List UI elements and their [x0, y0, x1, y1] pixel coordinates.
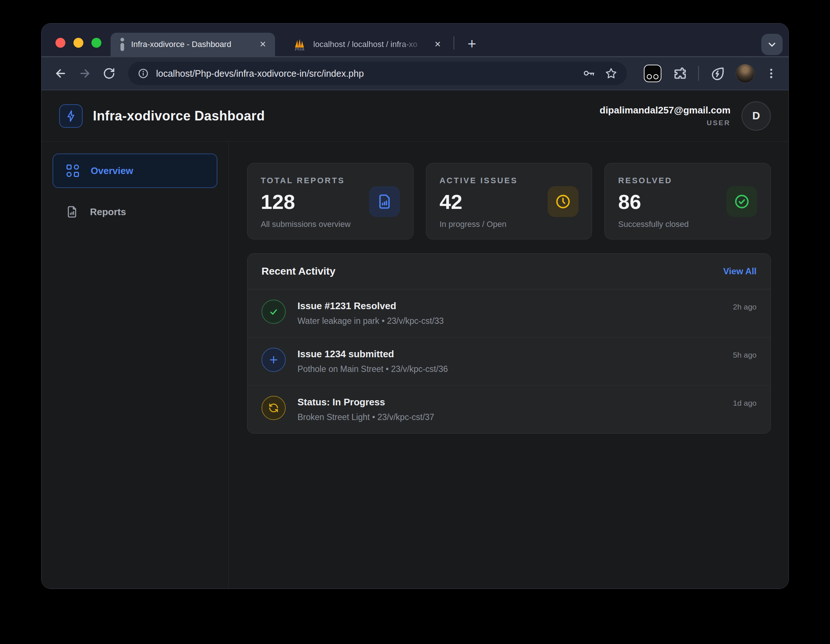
- energy-leaf-icon: [709, 65, 725, 82]
- activity-title: Issue 1234 submitted: [298, 348, 448, 360]
- info-i-icon: [120, 38, 125, 51]
- performance-button[interactable]: [709, 65, 725, 82]
- sidebar-item-overview[interactable]: Overview: [52, 153, 217, 188]
- user-role-badge: USER: [600, 119, 730, 127]
- activity-row[interactable]: Issue #1231 Resolved Water leakage in pa…: [247, 289, 770, 337]
- maximize-window-icon[interactable]: [92, 38, 101, 48]
- reload-button[interactable]: [101, 65, 117, 82]
- page-title: Infra-xodivorce Dashboard: [93, 108, 265, 124]
- forward-arrow-icon: [78, 67, 92, 80]
- clock-icon: [555, 193, 571, 210]
- extensions-button[interactable]: [672, 65, 688, 82]
- key-icon: [583, 67, 595, 80]
- close-icon[interactable]: ✕: [260, 40, 266, 49]
- stat-subtext: Successfully closed: [618, 220, 757, 229]
- forward-button[interactable]: [77, 65, 93, 82]
- user-avatar[interactable]: D: [741, 101, 771, 131]
- sidebar-item-label: Overview: [91, 165, 133, 177]
- tab-separator: [453, 36, 454, 49]
- password-manager-button[interactable]: [583, 67, 595, 80]
- activity-subtitle: Water leakage in park • 23/v/kpc-cst/33: [298, 316, 444, 326]
- activity-time: 2h ago: [733, 300, 757, 311]
- site-info-icon[interactable]: [138, 68, 149, 79]
- stat-icon-box: [548, 186, 578, 217]
- address-bar[interactable]: localhost/Php-devs/infra-xodivorce-in/sr…: [128, 62, 627, 85]
- stat-cards: TOTAL REPORTS 128 All submissions overvi…: [247, 163, 771, 239]
- lightning-bolt-icon: [65, 110, 77, 122]
- sidebar: Overview Reports: [41, 142, 229, 589]
- activity-row[interactable]: Issue 1234 submitted Pothole on Main Str…: [247, 337, 770, 386]
- tab-phpmyadmin-label: localhost / localhost / infra-xo: [313, 40, 429, 49]
- file-chart-icon: [66, 206, 78, 218]
- profile-avatar[interactable]: [736, 64, 755, 83]
- stat-label: TOTAL REPORTS: [261, 176, 400, 185]
- page-header: Infra-xodivorce Dashboard dipalimandal25…: [41, 90, 789, 142]
- stat-card-active-issues: ACTIVE ISSUES 42 In progress / Open: [426, 163, 592, 239]
- plus-icon: [261, 348, 286, 372]
- activity-subtitle: Broken Street Light • 23/v/kpc-cst/37: [298, 412, 434, 422]
- activity-time: 5h ago: [733, 348, 757, 359]
- back-arrow-icon: [54, 67, 67, 80]
- grid-icon: [67, 165, 79, 177]
- sidebar-item-reports[interactable]: Reports: [52, 195, 217, 229]
- stat-label: RESOLVED: [618, 176, 757, 185]
- back-button[interactable]: [52, 65, 69, 82]
- stat-label: ACTIVE ISSUES: [440, 176, 579, 185]
- recent-activity-panel: Recent Activity View All Issue #1231 Res…: [247, 253, 771, 434]
- stat-card-resolved: RESOLVED 86 Successfully closed: [605, 163, 771, 239]
- minimize-window-icon[interactable]: [73, 38, 83, 48]
- tab-phpmyadmin[interactable]: PMA localhost / localhost / infra-xo ✕: [284, 33, 450, 56]
- check-circle-icon: [734, 193, 750, 210]
- main-content: TOTAL REPORTS 128 All submissions overvi…: [229, 142, 789, 589]
- app-logo: [59, 104, 82, 128]
- activity-title: Status: In Progress: [298, 397, 434, 408]
- activity-row[interactable]: Status: In Progress Broken Street Light …: [247, 386, 770, 433]
- refresh-icon: [261, 396, 286, 420]
- star-icon: [605, 67, 617, 80]
- bookmark-button[interactable]: [605, 67, 617, 80]
- traffic-lights: [55, 38, 101, 48]
- puzzle-icon: [672, 65, 688, 82]
- tab-search-button[interactable]: [761, 34, 782, 55]
- browser-toolbar: localhost/Php-devs/infra-xodivorce-in/sr…: [41, 56, 789, 90]
- stat-icon-box: [369, 186, 400, 217]
- url-text[interactable]: localhost/Php-devs/infra-xodivorce-in/sr…: [156, 68, 573, 79]
- activity-time: 1d ago: [733, 396, 757, 408]
- panel-title: Recent Activity: [261, 266, 335, 277]
- user-block: dipalimandal257@gmail.com USER: [600, 104, 730, 127]
- custom-extension-button[interactable]: [644, 65, 661, 82]
- reload-icon: [103, 67, 115, 80]
- close-icon[interactable]: ✕: [434, 40, 441, 49]
- check-icon: [261, 300, 286, 324]
- tab-strip: Infra-xodivorce - Dashboard ✕ PMA localh…: [41, 24, 789, 56]
- new-tab-button[interactable]: +: [463, 34, 482, 53]
- tab-dashboard-label: Infra-xodivorce - Dashboard: [131, 40, 254, 49]
- stat-subtext: All submissions overview: [261, 220, 400, 229]
- browser-window: Infra-xodivorce - Dashboard ✕ PMA localh…: [41, 23, 789, 589]
- svg-text:PMA: PMA: [295, 47, 304, 51]
- user-email: dipalimandal257@gmail.com: [600, 104, 730, 116]
- panel-header: Recent Activity View All: [247, 254, 770, 289]
- kebab-menu-icon: [765, 67, 778, 80]
- file-chart-icon: [377, 194, 392, 209]
- tab-dashboard[interactable]: Infra-xodivorce - Dashboard ✕: [111, 33, 275, 56]
- goggles-extension-icon: [644, 65, 661, 82]
- sidebar-item-label: Reports: [90, 206, 126, 218]
- phpmyadmin-icon: PMA: [293, 38, 307, 51]
- view-all-link[interactable]: View All: [723, 266, 757, 277]
- chevron-down-icon: [767, 39, 778, 50]
- activity-subtitle: Pothole on Main Street • 23/v/kpc-cst/36: [298, 364, 448, 374]
- close-window-icon[interactable]: [55, 38, 65, 48]
- activity-title: Issue #1231 Resolved: [298, 300, 444, 312]
- toolbar-divider: [698, 66, 699, 81]
- menu-button[interactable]: [765, 67, 778, 80]
- stat-card-total-reports: TOTAL REPORTS 128 All submissions overvi…: [247, 163, 413, 239]
- dashboard-page: Infra-xodivorce Dashboard dipalimandal25…: [41, 90, 789, 589]
- stat-icon-box: [726, 186, 757, 217]
- stat-subtext: In progress / Open: [440, 220, 579, 229]
